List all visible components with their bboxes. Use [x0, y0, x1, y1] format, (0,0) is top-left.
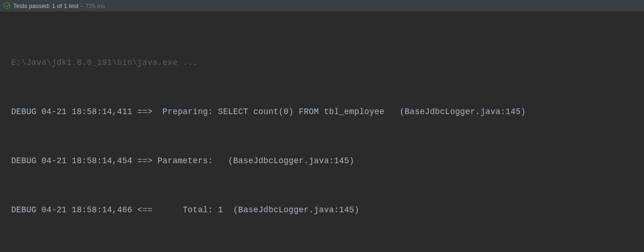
status-duration: 735 ms: [85, 2, 106, 9]
status-of: of 1 test: [57, 2, 78, 9]
status-count: 1: [52, 2, 55, 9]
log-line: DEBUG 04-21 18:58:14,411 ==> Preparing: …: [11, 104, 640, 120]
command-line: E:\Java\jdk1.8.0_191\bin\java.exe ...: [11, 55, 640, 71]
status-text: Tests passed: 1 of 1 test – 735 ms: [13, 2, 105, 9]
test-status-bar: Tests passed: 1 of 1 test – 735 ms: [0, 0, 644, 12]
log-line: DEBUG 04-21 18:58:14,466 <== Total: 1 (B…: [11, 202, 640, 218]
log-line: DEBUG 04-21 18:58:14,454 ==> Parameters:…: [11, 153, 640, 169]
check-icon: [4, 2, 10, 9]
console-output[interactable]: E:\Java\jdk1.8.0_191\bin\java.exe ... DE…: [0, 12, 644, 252]
status-dash: –: [80, 2, 84, 9]
status-label: Tests passed:: [13, 2, 50, 9]
